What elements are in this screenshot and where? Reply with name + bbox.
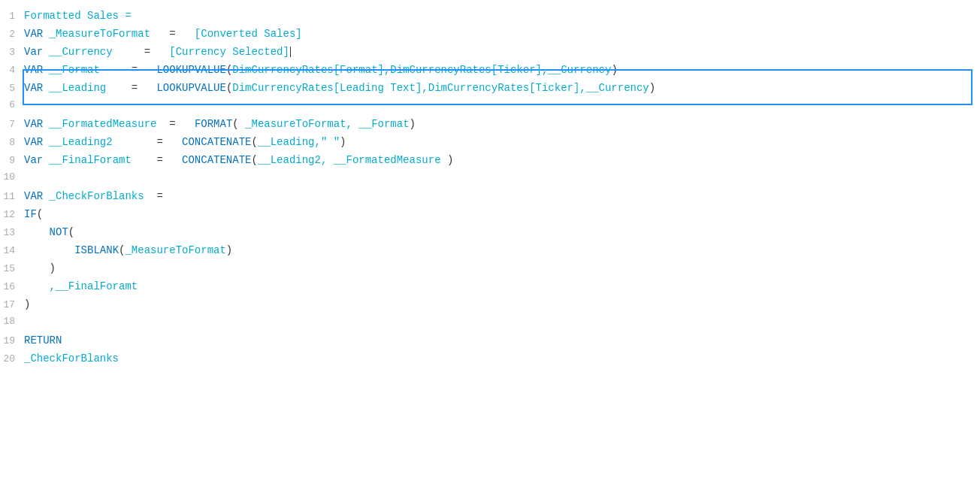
- code-token: ): [24, 298, 30, 310]
- code-line: 19 RETURN: [0, 332, 980, 350]
- code-token: VAR: [24, 118, 43, 130]
- line-number: 1: [0, 9, 21, 25]
- line-content: VAR __Leading = LOOKUPVALUE(DimCurrencyR…: [21, 80, 980, 96]
- line-content: VAR _CheckForBlanks =: [21, 188, 980, 204]
- line-content: RETURN: [21, 332, 980, 349]
- code-line: 2 VAR _MeasureToFormat = [Converted Sale…: [0, 26, 980, 44]
- code-token: [Converted Sales]: [195, 28, 302, 40]
- line-number: 11: [0, 189, 21, 205]
- code-token: =: [132, 154, 182, 166]
- code-line: 16 ,__FinalForamt: [0, 278, 980, 296]
- code-token: __Format: [43, 64, 100, 76]
- code-line: 6: [0, 98, 980, 116]
- code-token: (: [37, 208, 43, 220]
- line-number: 18: [0, 314, 21, 330]
- code-token: __FormatedMeasure: [43, 118, 156, 130]
- code-token: VAR: [24, 82, 43, 94]
- code-token: =: [144, 190, 163, 202]
- code-token: Var: [24, 46, 43, 58]
- line-number: 20: [0, 352, 21, 368]
- code-line: 9 Var __FinalForamt = CONCATENATE(__Lead…: [0, 152, 980, 170]
- code-token: =: [150, 28, 195, 40]
- line-number: 9: [0, 153, 21, 169]
- code-token: [24, 244, 74, 256]
- code-token: _CheckForBlanks: [43, 190, 144, 202]
- line-content: VAR __Leading2 = CONCATENATE(__Leading,"…: [21, 134, 980, 150]
- line-number: 19: [0, 334, 21, 349]
- line-number: 5: [0, 81, 21, 97]
- line-number: 7: [0, 117, 21, 133]
- code-token: =: [113, 46, 170, 58]
- code-token: VAR: [24, 136, 43, 148]
- code-token: [Currency Selected]: [169, 46, 289, 58]
- code-token: __Leading: [43, 82, 106, 94]
- code-token: ): [447, 154, 453, 166]
- code-line: 20 _CheckForBlanks: [0, 350, 980, 368]
- code-token: =: [100, 64, 157, 76]
- line-number: 12: [0, 207, 21, 223]
- line-number: 6: [0, 98, 21, 113]
- code-token: IF: [24, 208, 37, 220]
- code-token: __FinalForamt: [43, 154, 132, 166]
- code-token: _MeasureToFormat: [125, 244, 225, 256]
- code-token: LOOKUPVALUE: [156, 82, 225, 94]
- code-line: 8 VAR __Leading2 = CONCATENATE(__Leading…: [0, 134, 980, 152]
- line-number: 15: [0, 262, 21, 277]
- line-number: 17: [0, 298, 21, 313]
- code-token: (: [68, 226, 74, 238]
- line-number: 8: [0, 135, 21, 151]
- code-token: ,__FinalForamt: [24, 280, 138, 292]
- line-content: IF(: [21, 206, 980, 222]
- code-token: =: [106, 82, 156, 94]
- code-token: VAR: [24, 64, 43, 76]
- code-token: [24, 262, 50, 274]
- line-content: Var __Currency = [Currency Selected]: [21, 44, 980, 60]
- code-line: 12 IF(: [0, 206, 980, 224]
- code-token: =: [113, 136, 182, 148]
- code-token: ): [226, 244, 232, 256]
- code-line: 14 ISBLANK(_MeasureToFormat): [0, 242, 980, 260]
- line-content: VAR __Format = LOOKUPVALUE(DimCurrencyRa…: [21, 62, 980, 78]
- code-token: CONCATENATE: [182, 154, 251, 166]
- code-token: ISBLANK: [74, 244, 119, 256]
- line-number: 13: [0, 225, 21, 241]
- code-line: 11 VAR _CheckForBlanks =: [0, 188, 980, 206]
- code-token: __Leading2, __FormatedMeasure: [258, 154, 447, 166]
- code-token: __Leading," ": [258, 136, 340, 148]
- code-token: [24, 226, 50, 238]
- line-content: Var __FinalForamt = CONCATENATE(__Leadin…: [21, 152, 980, 168]
- code-token: NOT: [50, 226, 68, 238]
- code-token: ): [50, 262, 56, 274]
- code-token: FORMAT: [195, 118, 232, 130]
- line-number: 16: [0, 280, 21, 295]
- code-token: VAR: [24, 28, 43, 40]
- code-token: LOOKUPVALUE: [156, 64, 225, 76]
- line-content: Formatted Sales =: [21, 8, 980, 24]
- line-number: 4: [0, 63, 21, 79]
- code-token: DimCurrencyRates[Format],DimCurrencyRate…: [232, 64, 611, 76]
- text-cursor: [290, 47, 291, 57]
- code-token: ): [611, 64, 617, 76]
- code-line: 1 Formatted Sales =: [0, 8, 980, 26]
- code-token: __Leading2: [43, 136, 112, 148]
- line-content: NOT(: [21, 224, 980, 241]
- code-token: Formatted Sales =: [24, 10, 132, 22]
- code-token: _MeasureToFormat, __Format: [239, 118, 410, 130]
- code-line: 10: [0, 170, 980, 188]
- line-content: ISBLANK(_MeasureToFormat): [21, 242, 980, 259]
- line-content: ): [21, 260, 980, 277]
- code-token: (: [251, 136, 257, 148]
- line-content: VAR _MeasureToFormat = [Converted Sales]: [21, 26, 980, 42]
- code-token: ): [410, 118, 416, 130]
- code-token: _CheckForBlanks: [24, 352, 119, 365]
- code-token: DimCurrencyRates[Leading Text],DimCurren…: [232, 82, 649, 94]
- line-number: 2: [0, 27, 21, 43]
- code-line: 15 ): [0, 260, 980, 278]
- line-number: 10: [0, 170, 21, 186]
- line-number: 14: [0, 244, 21, 259]
- code-editor: 1 Formatted Sales = 2 VAR _MeasureToForm…: [0, 0, 980, 478]
- code-token: CONCATENATE: [182, 136, 251, 148]
- code-token: (: [232, 118, 238, 130]
- code-line: 13 NOT(: [0, 224, 980, 242]
- code-token: (: [251, 154, 257, 166]
